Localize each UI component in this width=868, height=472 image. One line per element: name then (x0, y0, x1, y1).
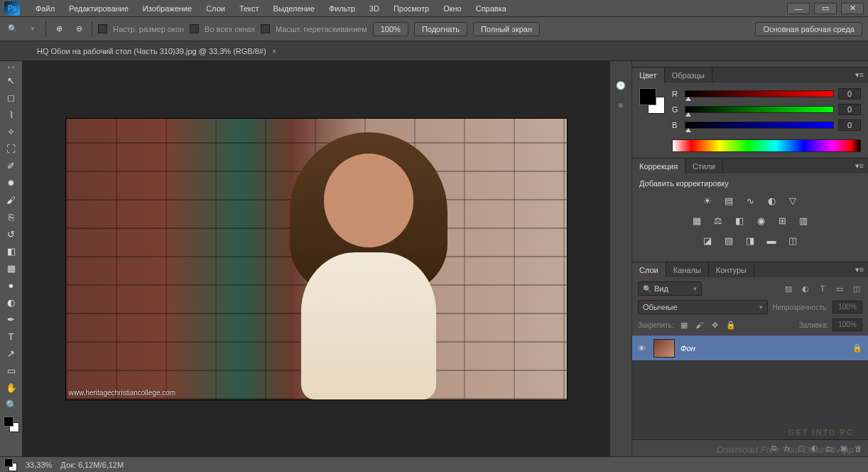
menu-file[interactable]: Файл (28, 1, 62, 16)
layer-name[interactable]: Фон (680, 344, 695, 353)
status-color-swatch[interactable] (4, 458, 17, 471)
healing-brush-tool[interactable]: ✹ (3, 175, 20, 191)
color-lookup-icon[interactable]: ▥ (796, 213, 810, 227)
close-tab-icon[interactable]: × (272, 47, 276, 55)
menu-help[interactable]: Справка (469, 1, 514, 16)
gradient-tool[interactable]: ▦ (3, 260, 20, 276)
r-value[interactable]: 0 (838, 88, 861, 100)
menu-text[interactable]: Текст (232, 1, 266, 16)
tab-layers[interactable]: Слои (632, 262, 666, 277)
adjustments-panel-menu-icon[interactable]: ▾≡ (851, 159, 868, 173)
photo-filter-icon[interactable]: ◉ (754, 213, 768, 227)
gradient-map-icon[interactable]: ▬ (764, 233, 779, 247)
menu-image[interactable]: Изображение (136, 1, 199, 16)
tab-color[interactable]: Цвет (632, 68, 665, 82)
resize-windows-checkbox[interactable] (98, 24, 107, 33)
history-brush-tool[interactable]: ↺ (3, 226, 20, 242)
filter-type-icon[interactable]: T (817, 283, 828, 294)
opacity-value[interactable]: 100% (832, 301, 862, 313)
zoom-tool[interactable]: 🔍 (3, 397, 20, 412)
adjustment-layer-icon[interactable]: ◐ (811, 444, 818, 453)
layer-visibility-icon[interactable]: 👁 (638, 344, 648, 353)
options-dropdown-icon[interactable]: ▼ (26, 23, 40, 36)
eyedropper-tool[interactable]: ✐ (3, 158, 20, 173)
type-tool[interactable]: T (3, 328, 20, 344)
zoom-in-icon[interactable]: ⊕ (52, 23, 66, 36)
crop-tool[interactable]: ⛶ (3, 141, 20, 156)
b-slider[interactable] (685, 122, 834, 129)
menu-select[interactable]: Выделение (266, 1, 322, 16)
menu-view[interactable]: Просмотр (386, 1, 436, 16)
window-close-button[interactable]: ✕ (841, 3, 864, 14)
menu-edit[interactable]: Редактирование (62, 1, 136, 16)
filter-pixel-icon[interactable]: ▨ (783, 283, 794, 294)
fullscreen-button[interactable]: Полный экран (473, 22, 540, 36)
tab-channels[interactable]: Каналы (666, 262, 709, 277)
clone-stamp-tool[interactable]: ⎘ (3, 209, 20, 225)
status-zoom[interactable]: 33,33% (26, 461, 52, 469)
b-value[interactable]: 0 (838, 119, 861, 131)
tab-swatches[interactable]: Образцы (665, 68, 712, 82)
menu-3d[interactable]: 3D (362, 1, 386, 16)
layer-filter-select[interactable]: 🔍 Вид ▾ (638, 281, 702, 296)
dodge-tool[interactable]: ◐ (3, 294, 20, 310)
layer-thumbnail[interactable] (653, 339, 675, 358)
history-panel-icon[interactable]: 🕒 (614, 78, 628, 92)
selective-color-icon[interactable]: ◫ (786, 233, 800, 247)
zoom-100-button[interactable]: 100% (373, 22, 408, 36)
layers-panel-menu-icon[interactable]: ▾≡ (851, 262, 868, 277)
channel-mixer-icon[interactable]: ⊞ (775, 213, 789, 227)
workspace-button[interactable]: Основная рабочая среда (755, 22, 862, 36)
filter-adjustment-icon[interactable]: ◐ (800, 283, 811, 294)
g-slider[interactable] (685, 106, 834, 113)
threshold-icon[interactable]: ◨ (743, 233, 757, 247)
shape-tool[interactable]: ▭ (3, 363, 20, 378)
path-selection-tool[interactable]: ↗ (3, 345, 20, 361)
lock-transparency-icon[interactable]: ▦ (678, 319, 690, 331)
curves-icon[interactable]: ∿ (743, 193, 757, 208)
blur-tool[interactable]: ● (3, 277, 20, 293)
tab-adjustments[interactable]: Коррекция (632, 159, 685, 173)
toolbox-handle[interactable]: ▸◂ (1, 64, 21, 70)
hand-tool[interactable]: ✋ (3, 380, 20, 395)
fill-value[interactable]: 100% (832, 318, 862, 331)
foreground-color-swatch[interactable] (4, 417, 13, 427)
foreground-background-colors[interactable] (4, 417, 19, 432)
posterize-icon[interactable]: ▨ (722, 233, 736, 247)
document-tab[interactable]: HQ Обои на рабочий стол (Часть 310)39.jp… (28, 43, 285, 60)
pen-tool[interactable]: ✒ (3, 311, 20, 327)
g-value[interactable]: 0 (838, 104, 861, 115)
color-spectrum[interactable] (672, 139, 861, 152)
tab-paths[interactable]: Контуры (709, 262, 754, 277)
invert-icon[interactable]: ◪ (700, 233, 715, 247)
filter-shape-icon[interactable]: ▭ (834, 283, 845, 294)
brush-tool[interactable]: 🖌 (3, 192, 20, 208)
delete-layer-icon[interactable]: 🗑 (855, 444, 862, 453)
canvas-area[interactable]: www.heritagechristiancollege.com (23, 61, 609, 456)
scrubby-zoom-checkbox[interactable] (261, 24, 270, 33)
black-white-icon[interactable]: ◧ (732, 213, 747, 227)
layer-mask-icon[interactable]: ◻ (798, 444, 804, 453)
window-maximize-button[interactable]: ▭ (814, 3, 837, 14)
marquee-tool[interactable]: ◻ (3, 90, 20, 105)
layer-row[interactable]: 👁 Фон 🔒 (632, 336, 868, 361)
document-canvas[interactable]: www.heritagechristiancollege.com (66, 119, 567, 399)
color-swatch[interactable] (639, 88, 665, 114)
color-balance-icon[interactable]: ⚖ (711, 213, 725, 227)
layer-style-icon[interactable]: fx (784, 444, 791, 453)
new-layer-icon[interactable]: ▣ (840, 444, 847, 453)
zoom-out-icon[interactable]: ⊖ (72, 23, 86, 36)
window-minimize-button[interactable]: — (787, 3, 810, 14)
layer-lock-icon[interactable]: 🔒 (852, 343, 862, 353)
tab-styles[interactable]: Стили (685, 159, 723, 173)
menu-layers[interactable]: Слои (199, 1, 232, 16)
lock-position-icon[interactable]: ✥ (710, 319, 721, 331)
all-windows-checkbox[interactable] (190, 24, 199, 33)
magic-wand-tool[interactable]: ✧ (3, 124, 20, 139)
lock-all-icon[interactable]: 🔒 (725, 319, 737, 331)
exposure-icon[interactable]: ◐ (764, 193, 779, 208)
vibrance-icon[interactable]: ▽ (786, 193, 800, 208)
filter-smart-icon[interactable]: ◫ (851, 283, 862, 294)
link-layers-icon[interactable]: ⧉ (771, 444, 777, 453)
lock-pixels-icon[interactable]: 🖌 (694, 319, 705, 331)
